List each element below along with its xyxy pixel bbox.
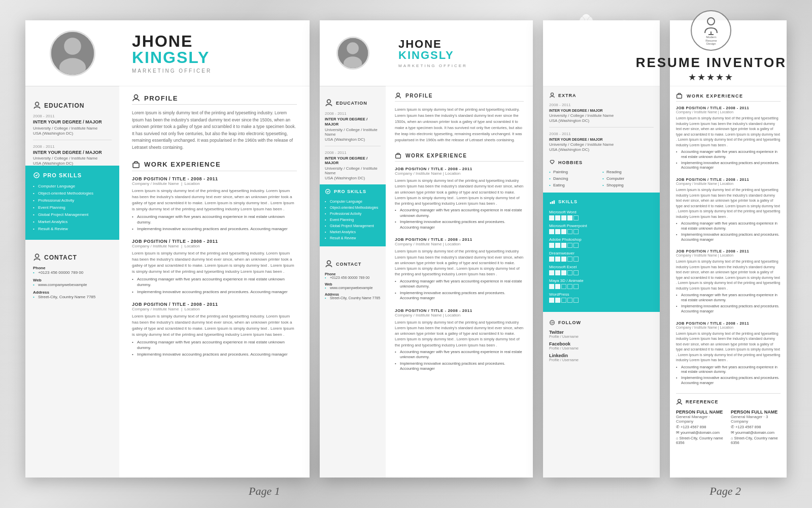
resume-page-1: EDUCATION 2008 - 2011 INTER YOUR DEGREE … [25,20,310,478]
work-item-4-1: JOB POSITION / TITLE - 2008 - 2011 Compa… [676,106,781,170]
name-last: KINGSLY [132,49,297,66]
work-item-4-3: JOB POSITION / TITLE - 2008 - 2011 Compa… [676,249,781,313]
work-item-3: JOB POSITION / TITLE - 2008 - 2011 Compa… [132,302,297,358]
job-title-2: MARKETING OFFICER [398,64,520,68]
brand-area: ModernResumeDesign RESUME INVENTOR ★★★★★ [636,10,787,83]
svg-point-21 [707,18,715,25]
resume-header-2: JHONE KINGSLY MARKETING OFFICER [386,20,533,86]
svg-rect-31 [133,163,139,168]
main-content-page2: JHONE KINGSLY MARKETING OFFICER PROFILE … [386,20,533,478]
main-body-page1: PROFILE Lorem Ipsum is simply dummy text… [119,86,310,478]
job-title: MARKETING OFFICER [132,68,297,74]
work-exp-title: WORK EXPERIENCE [132,161,297,171]
svg-rect-42 [552,201,553,204]
sidebar-page2: EDUCATION 2008 - 2011 INTER YOUR DEGREE … [320,20,386,478]
ref-person-2: PERSON FULL NAME General Manager · 3 Com… [731,409,781,445]
work-item-4-4: JOB POSITION / TITLE - 2008 - 2011 Compa… [676,321,781,386]
education-title: EDUCATION [33,102,112,110]
resume-page-4: WORK EXPERIENCE JOB POSITION / TITLE - 2… [670,20,787,478]
svg-point-27 [36,102,39,106]
avatar-2 [336,37,369,70]
brand-stars: ★★★★★ [688,72,734,83]
work-item-2: JOB POSITION / TITLE - 2008 - 2011 Compa… [132,239,297,295]
svg-rect-39 [396,154,401,158]
work-item-2-1: JOB POSITION / TITLE - 2008 - 2011 Compa… [395,167,524,230]
ref-person-1: PERSON FULL NAME General Manager · Compa… [676,409,726,445]
resume-header: JHONE KINGSLY MARKETING OFFICER [119,20,310,86]
resume-page-2: EDUCATION 2008 - 2011 INTER YOUR DEGREE … [320,20,533,478]
skills-bars: SKILLS Microsoft Word Microsoft Powerpoi… [543,193,660,312]
sidebar-page1: EDUCATION 2008 - 2011 INTER YOUR DEGREE … [25,20,119,478]
page1-label: Page 1 [249,485,280,498]
page2-label: Page 2 [709,485,741,498]
skills-sidebar: PRO SKILLS Computer Language Object-orie… [25,166,119,240]
hobbies-grid: Painting Reading Dancing Computer Eating… [549,170,654,187]
main-body-page2: PROFILE Lorem Ipsum is simply dummy text… [386,86,533,478]
svg-rect-45 [677,94,682,98]
work-item-4-2: JOB POSITION / TITLE - 2008 - 2011 Compa… [676,177,781,242]
svg-point-37 [327,261,331,264]
svg-point-33 [347,42,359,54]
work-item-2-2: JOB POSITION / TITLE - 2008 - 2011 Compa… [395,237,524,301]
contact-sidebar: CONTACT Phone +0123 456 00000 789 00 Web… [33,240,112,299]
svg-point-35 [327,100,331,103]
work-item-1: JOB POSITION / TITLE - 2008 - 2011 Compa… [132,176,297,232]
avatar-header-2 [320,20,386,86]
ref-grid: PERSON FULL NAME General Manager · Compa… [676,409,781,445]
name-first-2: JHONE [398,39,520,50]
work-title-2: WORK EXPERIENCE [395,152,524,162]
profile-title-2: PROFILE [395,92,524,102]
profile-text: Lorem Ipsum is simply dummy text of the … [132,110,297,151]
brand-title: RESUME INVENTOR [636,55,787,71]
profile-section-title: PROFILE [132,94,297,105]
svg-point-40 [551,93,553,96]
follow-section: FOLLOW Twitter Profile / Username Facebo… [549,320,654,362]
resume-page-3: EXTRA 2008 - 2011 INTER YOUR DEGREE / MA… [543,20,660,478]
page4-body: WORK EXPERIENCE JOB POSITION / TITLE - 2… [670,86,787,478]
svg-point-38 [397,93,400,96]
avatar-header [25,20,119,86]
profile-text-2: Lorem Ipsum is simply dummy text of the … [395,107,524,143]
name-last-2: KINGSLY [398,50,520,61]
svg-rect-41 [550,202,552,204]
name-first: JHONE [132,33,297,49]
svg-rect-43 [554,201,555,204]
sidebar-education: EDUCATION 2008 - 2011 INTER YOUR DEGREE … [25,86,119,478]
svg-point-25 [64,38,81,55]
avatar [50,30,95,76]
page3-body: EXTRA 2008 - 2011 INTER YOUR DEGREE / MA… [543,86,660,478]
svg-point-46 [678,399,681,402]
svg-point-30 [134,95,138,99]
main-content-page1: JHONE KINGSLY MARKETING OFFICER PROFILE … [119,20,310,478]
svg-point-29 [36,255,39,258]
work-item-2-3: JOB POSITION / TITLE - 2008 - 2011 Compa… [395,308,524,372]
brand-logo: ModernResumeDesign [691,10,731,51]
references: REFERENCE PERSON FULL NAME General Manag… [676,393,781,445]
